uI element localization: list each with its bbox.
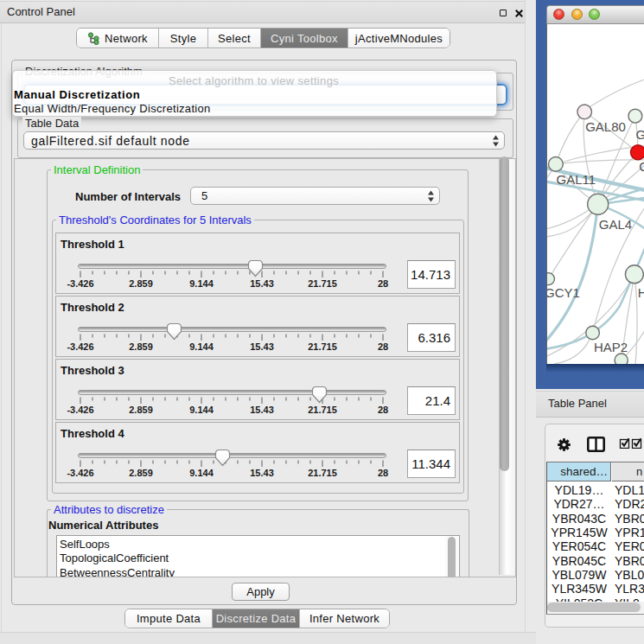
svg-text:CD: CD: [639, 159, 644, 174]
svg-text:GCY1: GCY1: [546, 285, 580, 300]
svg-text:GAL80: GAL80: [585, 119, 626, 134]
svg-text:HIS: HIS: [638, 285, 644, 300]
svg-text:GAL3: GAL3: [635, 127, 644, 142]
svg-text:GAL11: GAL11: [557, 172, 596, 187]
svg-text:GAL4: GAL4: [599, 217, 632, 232]
svg-text:HAP2: HAP2: [594, 340, 628, 354]
